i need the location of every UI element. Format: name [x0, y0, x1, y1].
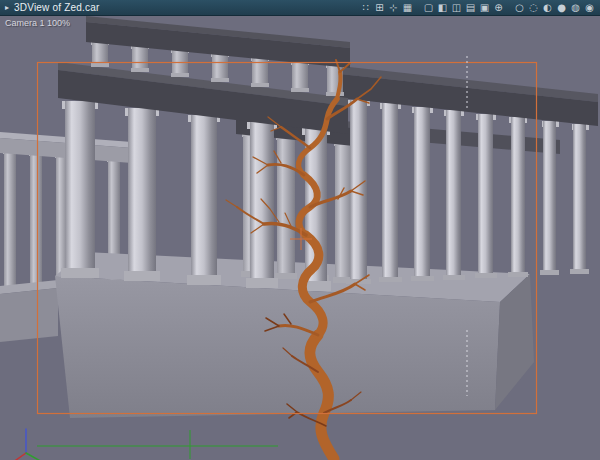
temple-left-step[interactable]	[0, 280, 58, 342]
add-object-icon[interactable]: ⊞	[374, 0, 385, 15]
viewport-3d[interactable]: Camera 1 100%	[0, 16, 600, 460]
scene-svg	[0, 16, 600, 460]
solid-sphere-icon[interactable]: ●	[556, 0, 567, 15]
axes-icon[interactable]: ⊹	[388, 0, 399, 15]
titlebar[interactable]: ▸ 3DView of Zed.car ∷ ⊞ ⊹ ▦ ▢ ◧ ◫ ▤ ▣ ⊕ …	[0, 0, 600, 16]
camera-status-label: Camera 1 100%	[5, 18, 70, 28]
solid-view-icon[interactable]: ▣	[479, 0, 490, 15]
3dview-window: ▸ 3DView of Zed.car ∷ ⊞ ⊹ ▦ ▢ ◧ ◫ ▤ ▣ ⊕ …	[0, 0, 600, 460]
window-menu-icon[interactable]: ▸	[5, 0, 9, 15]
snap-grid-icon[interactable]: ∷	[360, 0, 371, 15]
hatched-view-icon[interactable]: ▤	[465, 0, 476, 15]
dashed-sphere-icon[interactable]: ◌	[528, 0, 539, 15]
half-sphere-icon[interactable]: ◐	[542, 0, 553, 15]
render-sphere-icon[interactable]: ◉	[584, 0, 595, 15]
half-shaded-view-icon[interactable]: ◧	[437, 0, 448, 15]
split-view-icon[interactable]: ◫	[451, 0, 462, 15]
wireframe-view-icon[interactable]: ▢	[423, 0, 434, 15]
window-title: 3DView of Zed.car	[14, 2, 99, 13]
titlebar-toolbar: ∷ ⊞ ⊹ ▦ ▢ ◧ ◫ ▤ ▣ ⊕ ○ ◌ ◐ ● ◍ ◉	[360, 0, 600, 15]
light-icon[interactable]: ⊕	[493, 0, 504, 15]
wire-sphere-icon[interactable]: ○	[514, 0, 525, 15]
grid-display-icon[interactable]: ▦	[402, 0, 413, 15]
material-sphere-icon[interactable]: ◍	[570, 0, 581, 15]
